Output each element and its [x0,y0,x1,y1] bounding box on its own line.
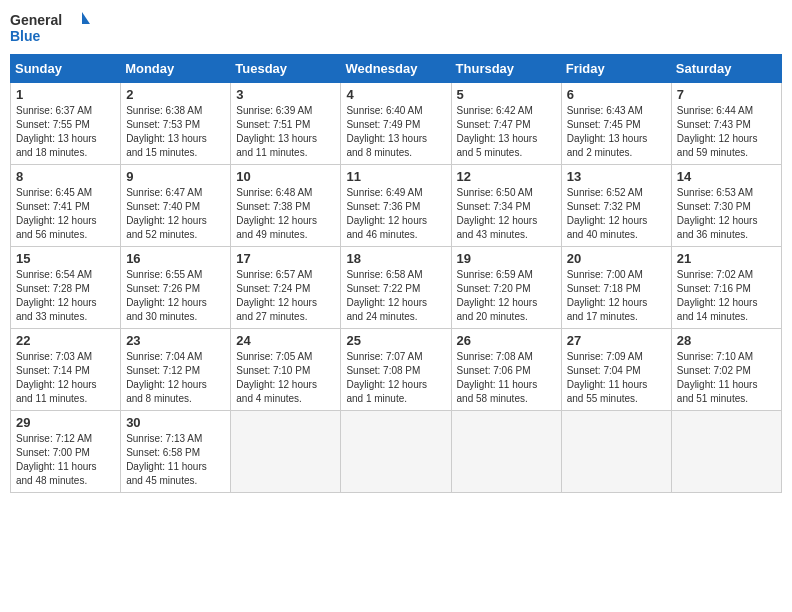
day-number: 22 [16,333,115,348]
cell-info: Sunrise: 7:04 AMSunset: 7:12 PMDaylight:… [126,351,207,404]
calendar-cell: 9 Sunrise: 6:47 AMSunset: 7:40 PMDayligh… [121,165,231,247]
day-number: 23 [126,333,225,348]
day-number: 1 [16,87,115,102]
cell-info: Sunrise: 6:58 AMSunset: 7:22 PMDaylight:… [346,269,427,322]
cell-info: Sunrise: 7:08 AMSunset: 7:06 PMDaylight:… [457,351,538,404]
weekday-header-monday: Monday [121,55,231,83]
day-number: 19 [457,251,556,266]
day-number: 8 [16,169,115,184]
day-number: 18 [346,251,445,266]
cell-info: Sunrise: 7:07 AMSunset: 7:08 PMDaylight:… [346,351,427,404]
cell-info: Sunrise: 6:44 AMSunset: 7:43 PMDaylight:… [677,105,758,158]
calendar-cell: 7 Sunrise: 6:44 AMSunset: 7:43 PMDayligh… [671,83,781,165]
day-number: 27 [567,333,666,348]
cell-info: Sunrise: 6:47 AMSunset: 7:40 PMDaylight:… [126,187,207,240]
cell-info: Sunrise: 6:57 AMSunset: 7:24 PMDaylight:… [236,269,317,322]
cell-info: Sunrise: 7:13 AMSunset: 6:58 PMDaylight:… [126,433,207,486]
day-number: 21 [677,251,776,266]
day-number: 24 [236,333,335,348]
calendar-cell [671,411,781,493]
day-number: 11 [346,169,445,184]
calendar-cell: 25 Sunrise: 7:07 AMSunset: 7:08 PMDaylig… [341,329,451,411]
day-number: 15 [16,251,115,266]
calendar-week-row: 29 Sunrise: 7:12 AMSunset: 7:00 PMDaylig… [11,411,782,493]
logo: General Blue [10,10,90,46]
day-number: 17 [236,251,335,266]
calendar-week-row: 22 Sunrise: 7:03 AMSunset: 7:14 PMDaylig… [11,329,782,411]
day-number: 20 [567,251,666,266]
calendar-week-row: 15 Sunrise: 6:54 AMSunset: 7:28 PMDaylig… [11,247,782,329]
calendar-cell: 19 Sunrise: 6:59 AMSunset: 7:20 PMDaylig… [451,247,561,329]
weekday-header-row: SundayMondayTuesdayWednesdayThursdayFrid… [11,55,782,83]
day-number: 7 [677,87,776,102]
svg-marker-2 [82,12,90,24]
calendar-week-row: 8 Sunrise: 6:45 AMSunset: 7:41 PMDayligh… [11,165,782,247]
cell-info: Sunrise: 6:40 AMSunset: 7:49 PMDaylight:… [346,105,427,158]
calendar-cell: 24 Sunrise: 7:05 AMSunset: 7:10 PMDaylig… [231,329,341,411]
calendar-cell: 23 Sunrise: 7:04 AMSunset: 7:12 PMDaylig… [121,329,231,411]
cell-info: Sunrise: 7:02 AMSunset: 7:16 PMDaylight:… [677,269,758,322]
cell-info: Sunrise: 6:59 AMSunset: 7:20 PMDaylight:… [457,269,538,322]
day-number: 5 [457,87,556,102]
calendar-cell: 14 Sunrise: 6:53 AMSunset: 7:30 PMDaylig… [671,165,781,247]
cell-info: Sunrise: 6:42 AMSunset: 7:47 PMDaylight:… [457,105,538,158]
calendar-cell: 16 Sunrise: 6:55 AMSunset: 7:26 PMDaylig… [121,247,231,329]
cell-info: Sunrise: 6:55 AMSunset: 7:26 PMDaylight:… [126,269,207,322]
cell-info: Sunrise: 6:39 AMSunset: 7:51 PMDaylight:… [236,105,317,158]
day-number: 13 [567,169,666,184]
cell-info: Sunrise: 7:00 AMSunset: 7:18 PMDaylight:… [567,269,648,322]
logo-svg: General Blue [10,10,90,46]
svg-text:Blue: Blue [10,28,41,44]
weekday-header-sunday: Sunday [11,55,121,83]
cell-info: Sunrise: 6:54 AMSunset: 7:28 PMDaylight:… [16,269,97,322]
weekday-header-wednesday: Wednesday [341,55,451,83]
day-number: 12 [457,169,556,184]
day-number: 2 [126,87,225,102]
calendar-cell: 5 Sunrise: 6:42 AMSunset: 7:47 PMDayligh… [451,83,561,165]
day-number: 4 [346,87,445,102]
calendar-week-row: 1 Sunrise: 6:37 AMSunset: 7:55 PMDayligh… [11,83,782,165]
day-number: 25 [346,333,445,348]
day-number: 26 [457,333,556,348]
day-number: 3 [236,87,335,102]
cell-info: Sunrise: 6:50 AMSunset: 7:34 PMDaylight:… [457,187,538,240]
cell-info: Sunrise: 6:53 AMSunset: 7:30 PMDaylight:… [677,187,758,240]
day-number: 6 [567,87,666,102]
calendar-cell: 1 Sunrise: 6:37 AMSunset: 7:55 PMDayligh… [11,83,121,165]
day-number: 14 [677,169,776,184]
calendar-cell [231,411,341,493]
cell-info: Sunrise: 6:48 AMSunset: 7:38 PMDaylight:… [236,187,317,240]
calendar-cell [451,411,561,493]
day-number: 16 [126,251,225,266]
weekday-header-saturday: Saturday [671,55,781,83]
calendar-table: SundayMondayTuesdayWednesdayThursdayFrid… [10,54,782,493]
page-header: General Blue [10,10,782,46]
weekday-header-tuesday: Tuesday [231,55,341,83]
calendar-cell: 26 Sunrise: 7:08 AMSunset: 7:06 PMDaylig… [451,329,561,411]
cell-info: Sunrise: 6:49 AMSunset: 7:36 PMDaylight:… [346,187,427,240]
cell-info: Sunrise: 6:52 AMSunset: 7:32 PMDaylight:… [567,187,648,240]
calendar-cell: 11 Sunrise: 6:49 AMSunset: 7:36 PMDaylig… [341,165,451,247]
cell-info: Sunrise: 6:37 AMSunset: 7:55 PMDaylight:… [16,105,97,158]
cell-info: Sunrise: 7:03 AMSunset: 7:14 PMDaylight:… [16,351,97,404]
calendar-cell: 12 Sunrise: 6:50 AMSunset: 7:34 PMDaylig… [451,165,561,247]
calendar-cell: 3 Sunrise: 6:39 AMSunset: 7:51 PMDayligh… [231,83,341,165]
cell-info: Sunrise: 6:43 AMSunset: 7:45 PMDaylight:… [567,105,648,158]
weekday-header-thursday: Thursday [451,55,561,83]
day-number: 9 [126,169,225,184]
calendar-cell: 15 Sunrise: 6:54 AMSunset: 7:28 PMDaylig… [11,247,121,329]
calendar-cell: 10 Sunrise: 6:48 AMSunset: 7:38 PMDaylig… [231,165,341,247]
cell-info: Sunrise: 6:38 AMSunset: 7:53 PMDaylight:… [126,105,207,158]
calendar-cell: 8 Sunrise: 6:45 AMSunset: 7:41 PMDayligh… [11,165,121,247]
calendar-cell: 17 Sunrise: 6:57 AMSunset: 7:24 PMDaylig… [231,247,341,329]
calendar-cell: 4 Sunrise: 6:40 AMSunset: 7:49 PMDayligh… [341,83,451,165]
calendar-cell: 20 Sunrise: 7:00 AMSunset: 7:18 PMDaylig… [561,247,671,329]
weekday-header-friday: Friday [561,55,671,83]
calendar-cell: 27 Sunrise: 7:09 AMSunset: 7:04 PMDaylig… [561,329,671,411]
calendar-cell: 22 Sunrise: 7:03 AMSunset: 7:14 PMDaylig… [11,329,121,411]
calendar-cell: 28 Sunrise: 7:10 AMSunset: 7:02 PMDaylig… [671,329,781,411]
day-number: 10 [236,169,335,184]
cell-info: Sunrise: 6:45 AMSunset: 7:41 PMDaylight:… [16,187,97,240]
cell-info: Sunrise: 7:12 AMSunset: 7:00 PMDaylight:… [16,433,97,486]
cell-info: Sunrise: 7:05 AMSunset: 7:10 PMDaylight:… [236,351,317,404]
